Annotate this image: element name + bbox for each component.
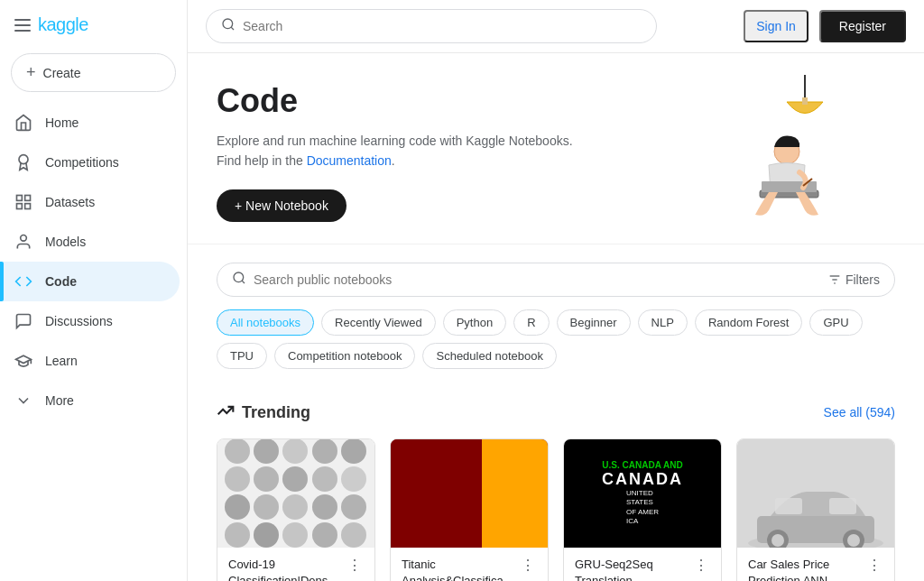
notebook-title-covid: Covid-19 Classification|Dens <box>228 557 346 581</box>
hero-illustration <box>697 75 895 219</box>
sidebar-item-competitions[interactable]: Competitions <box>0 143 180 182</box>
more-chevron-icon <box>14 392 32 410</box>
datasets-icon <box>14 193 32 211</box>
chip-competition-notebook[interactable]: Competition notebook <box>274 343 415 369</box>
sidebar-item-code[interactable]: Code <box>0 262 180 301</box>
svg-rect-21 <box>775 498 802 514</box>
global-search-icon <box>221 17 236 35</box>
hero-text: Code Explore and run machine learning co… <box>217 82 596 222</box>
svg-rect-2 <box>25 196 31 201</box>
kaggle-logo: kaggle <box>38 14 88 35</box>
notebook-thumb-titanic <box>391 439 548 548</box>
sidebar: kaggle + Create Home Competitions Datase… <box>0 0 188 581</box>
svg-rect-4 <box>25 204 31 209</box>
main-content: Sign In Register Code Explore and run ma… <box>188 0 924 581</box>
sidebar-item-home[interactable]: Home <box>0 103 180 143</box>
sidebar-item-home-label: Home <box>45 115 79 130</box>
svg-point-5 <box>21 235 27 242</box>
logo-area[interactable]: kaggle <box>0 7 187 50</box>
notebook-card-titanic[interactable]: Titanic Analysis&Classifica ⋮ <box>390 438 549 581</box>
svg-rect-9 <box>802 97 808 105</box>
sidebar-item-models[interactable]: Models <box>0 222 180 262</box>
svg-rect-1 <box>17 196 23 201</box>
notebook-more-icon-gru[interactable]: ⋮ <box>692 557 710 574</box>
logo-text: kaggle <box>38 14 88 35</box>
notebook-more-icon-covid[interactable]: ⋮ <box>346 557 364 574</box>
sidebar-item-learn-label: Learn <box>45 354 78 368</box>
svg-line-7 <box>231 27 234 30</box>
new-notebook-button[interactable]: + New Notebook <box>217 189 346 222</box>
svg-rect-12 <box>762 181 817 192</box>
trending-section: Trending See all (594) <box>188 387 924 581</box>
chip-nlp[interactable]: NLP <box>638 309 688 336</box>
home-icon <box>14 114 32 132</box>
create-button[interactable]: + Create <box>11 53 176 92</box>
create-label: Create <box>43 66 81 80</box>
notebook-title-gru: GRU-Seq2Seq Translation <box>575 557 692 581</box>
filters-button[interactable]: Filters <box>827 272 880 287</box>
discussions-icon <box>14 312 32 330</box>
notebook-info-car: Car Sales Price Prediction ANN - ⋮ <box>737 548 894 581</box>
filters-section: Filters All notebooks Recently Viewed Py… <box>188 244 924 387</box>
svg-point-26 <box>847 534 860 547</box>
chip-recently-viewed[interactable]: Recently Viewed <box>321 309 436 336</box>
chip-all-notebooks[interactable]: All notebooks <box>217 309 314 336</box>
sidebar-item-more[interactable]: More <box>0 381 180 420</box>
notebook-thumb-gru: U.S. CANADA AND CANADA UNITEDSTATESOF AM… <box>564 439 721 548</box>
create-plus-icon: + <box>26 63 36 82</box>
page-title: Code <box>217 82 596 120</box>
notebooks-search-bar[interactable]: Filters <box>217 263 895 297</box>
sidebar-item-competitions-label: Competitions <box>45 155 119 170</box>
hamburger-menu[interactable] <box>14 19 31 32</box>
trending-icon <box>217 401 235 424</box>
code-icon <box>14 272 32 290</box>
sidebar-item-datasets[interactable]: Datasets <box>0 182 180 222</box>
svg-point-14 <box>234 272 244 282</box>
trending-header: Trending See all (594) <box>217 401 895 424</box>
notebook-card-car[interactable]: Car Sales Price Prediction ANN - ⋮ <box>736 438 895 581</box>
chip-beginner[interactable]: Beginner <box>557 309 631 336</box>
competitions-icon <box>14 153 32 171</box>
sidebar-item-discussions-label: Discussions <box>45 314 113 328</box>
sidebar-item-code-label: Code <box>45 274 77 289</box>
chip-scheduled-notebook[interactable]: Scheduled notebook <box>422 343 557 369</box>
notebook-more-icon-titanic[interactable]: ⋮ <box>519 557 537 574</box>
svg-point-24 <box>772 534 784 547</box>
notebook-thumb-car <box>737 439 894 548</box>
notebook-info-titanic: Titanic Analysis&Classifica ⋮ <box>391 548 548 581</box>
global-search-input[interactable] <box>243 19 642 33</box>
documentation-link[interactable]: Documentation <box>307 153 392 168</box>
notebooks-search-input[interactable] <box>254 272 820 287</box>
see-all-link[interactable]: See all (594) <box>824 405 895 420</box>
top-bar-right: Sign In Register <box>744 10 906 42</box>
svg-rect-22 <box>829 498 856 514</box>
sidebar-item-models-label: Models <box>45 235 86 249</box>
sidebar-item-discussions[interactable]: Discussions <box>0 301 180 341</box>
chip-tpu[interactable]: TPU <box>217 343 267 369</box>
notebook-card-gru[interactable]: U.S. CANADA AND CANADA UNITEDSTATESOF AM… <box>563 438 722 581</box>
trending-title: Trending <box>217 401 310 424</box>
chip-r[interactable]: R <box>513 309 549 336</box>
notebook-more-icon-car[interactable]: ⋮ <box>865 557 883 574</box>
sign-in-button[interactable]: Sign In <box>744 10 808 42</box>
models-icon <box>14 233 32 251</box>
filters-label: Filters <box>845 272 880 287</box>
global-search-bar[interactable] <box>206 9 657 43</box>
covid-grid <box>217 439 374 548</box>
notebook-card-covid[interactable]: Covid-19 Classification|Dens ⋮ <box>217 438 375 581</box>
top-bar: Sign In Register <box>188 0 924 53</box>
svg-point-0 <box>19 155 28 164</box>
sidebar-item-learn[interactable]: Learn <box>0 341 180 381</box>
hero-section: Code Explore and run machine learning co… <box>188 53 924 244</box>
svg-point-6 <box>223 19 233 29</box>
svg-rect-3 <box>17 204 23 209</box>
chip-random-forest[interactable]: Random Forest <box>695 309 803 336</box>
filter-chips-container: All notebooks Recently Viewed Python R B… <box>217 309 895 369</box>
chip-python[interactable]: Python <box>443 309 506 336</box>
register-button[interactable]: Register <box>819 10 906 42</box>
learn-icon <box>14 352 32 370</box>
sidebar-item-datasets-label: Datasets <box>45 195 95 209</box>
chip-gpu[interactable]: GPU <box>809 309 862 336</box>
notebook-thumb-covid <box>217 439 374 548</box>
notebook-info-covid: Covid-19 Classification|Dens ⋮ <box>217 548 374 581</box>
